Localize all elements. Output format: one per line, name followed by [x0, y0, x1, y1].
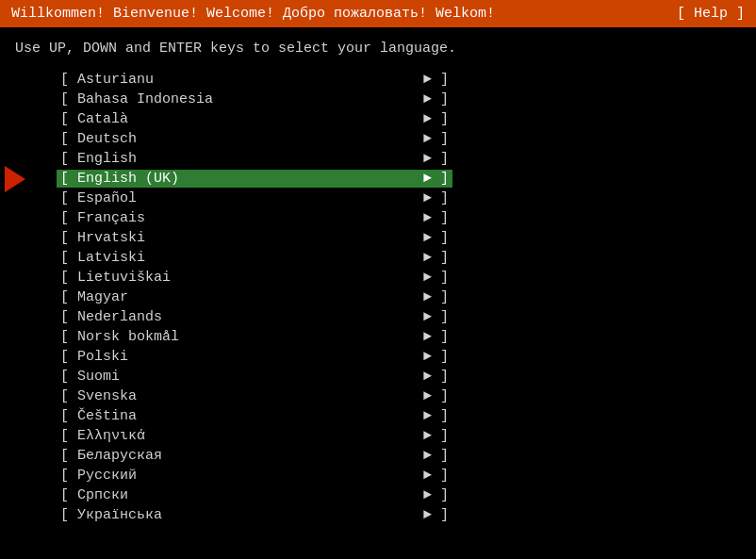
submenu-arrow-icon: ► ]	[423, 468, 449, 484]
submenu-arrow-icon: ► ]	[423, 487, 449, 503]
language-item[interactable]: [ Беларуская ► ]	[57, 446, 756, 466]
language-label: [ Беларуская	[60, 448, 419, 464]
language-item[interactable]: [ Asturianu ► ]	[57, 70, 756, 90]
submenu-arrow-icon: ► ]	[423, 388, 449, 404]
instruction-text: Use UP, DOWN and ENTER keys to select yo…	[0, 27, 756, 66]
language-label: [ Svenska	[60, 388, 419, 404]
submenu-arrow-icon: ► ]	[423, 190, 449, 206]
language-label: [ English (UK)	[60, 171, 419, 187]
header-bar: Willkommen! Bienvenue! Welcome! Добро по…	[0, 0, 756, 27]
language-item[interactable]: [ Svenska ► ]	[57, 386, 756, 406]
language-label: [ Lietuviškai	[60, 270, 419, 286]
language-item[interactable]: [ Čeština ► ]	[57, 406, 756, 426]
language-item[interactable]: [ Español ► ]	[57, 189, 756, 208]
language-label: [ Français	[60, 210, 419, 226]
language-label: [ Magyar	[60, 289, 419, 305]
header-title: Willkommen! Bienvenue! Welcome! Добро по…	[11, 6, 677, 22]
submenu-arrow-icon: ► ]	[423, 408, 449, 424]
language-label: [ Bahasa Indonesia	[60, 91, 419, 107]
language-item[interactable]: [ Русский ► ]	[57, 466, 756, 485]
language-item[interactable]: [ Српски ► ]	[57, 485, 756, 505]
submenu-arrow-icon: ► ]	[423, 250, 449, 266]
language-label: [ Ελληνικά	[60, 428, 419, 444]
language-item[interactable]: [ Bahasa Indonesia ► ]	[57, 90, 756, 109]
language-label: [ Српски	[60, 487, 419, 503]
language-label: [ Hrvatski	[60, 230, 419, 246]
submenu-arrow-icon: ► ]	[423, 210, 449, 226]
submenu-arrow-icon: ► ]	[423, 289, 449, 305]
language-item[interactable]: [ Norsk bokmål ► ]	[57, 327, 756, 347]
submenu-arrow-icon: ► ]	[423, 131, 449, 147]
submenu-arrow-icon: ► ]	[423, 91, 449, 107]
submenu-arrow-icon: ► ]	[423, 349, 449, 365]
submenu-arrow-icon: ► ]	[423, 270, 449, 286]
language-label: [ Català	[60, 111, 419, 127]
language-item[interactable]: [ Nederlands ► ]	[57, 307, 756, 327]
language-item[interactable]: [ Català ► ]	[57, 109, 756, 129]
language-item[interactable]: [ Ελληνικά ► ]	[57, 426, 756, 446]
submenu-arrow-icon: ► ]	[423, 171, 449, 187]
language-label: [ English	[60, 151, 419, 167]
language-item[interactable]: [ Français ► ]	[57, 208, 756, 228]
language-item[interactable]: [ Українська ► ]	[57, 505, 756, 525]
submenu-arrow-icon: ► ]	[423, 329, 449, 345]
language-label: [ Deutsch	[60, 131, 419, 147]
language-label: [ Українська	[60, 507, 419, 523]
language-list: [ Asturianu ► ][ Bahasa Indonesia ► ][ C…	[57, 66, 756, 529]
submenu-arrow-icon: ► ]	[423, 309, 449, 325]
language-item[interactable]: [ Latviski ► ]	[57, 248, 756, 268]
language-label: [ Suomi	[60, 369, 419, 385]
submenu-arrow-icon: ► ]	[423, 428, 449, 444]
submenu-arrow-icon: ► ]	[423, 507, 449, 523]
submenu-arrow-icon: ► ]	[423, 72, 449, 88]
language-label: [ Русский	[60, 468, 419, 484]
submenu-arrow-icon: ► ]	[423, 111, 449, 127]
selection-arrow-icon	[5, 166, 25, 192]
language-label: [ Español	[60, 190, 419, 206]
language-item[interactable]: [ Lietuviškai ► ]	[57, 268, 756, 288]
language-label: [ Čeština	[60, 408, 419, 424]
language-label: [ Norsk bokmål	[60, 329, 419, 345]
language-item[interactable]: [ Suomi ► ]	[57, 367, 756, 386]
language-item[interactable]: [ Hrvatski ► ]	[57, 228, 756, 248]
language-item[interactable]: [ Polski ► ]	[57, 347, 756, 367]
submenu-arrow-icon: ► ]	[423, 369, 449, 385]
language-item[interactable]: [ Magyar ► ]	[57, 288, 756, 307]
submenu-arrow-icon: ► ]	[423, 151, 449, 167]
header-help-button[interactable]: [ Help ]	[677, 6, 745, 22]
language-item[interactable]: [ English ► ]	[57, 149, 756, 169]
language-label: [ Nederlands	[60, 309, 419, 325]
language-item[interactable]: [ English (UK) ► ]	[57, 169, 756, 189]
language-label: [ Latviski	[60, 250, 419, 266]
language-label: [ Asturianu	[60, 72, 419, 88]
language-item[interactable]: [ Deutsch ► ]	[57, 129, 756, 149]
language-label: [ Polski	[60, 349, 419, 365]
submenu-arrow-icon: ► ]	[423, 230, 449, 246]
submenu-arrow-icon: ► ]	[423, 448, 449, 464]
